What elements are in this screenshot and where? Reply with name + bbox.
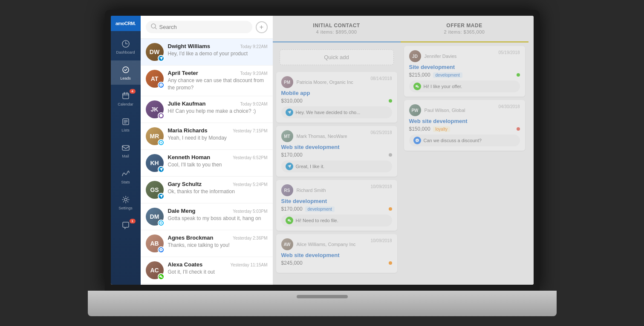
messenger-badge [158, 193, 165, 200]
chat-time: Yesterday 6:52PM [233, 155, 267, 160]
chat-icon [121, 220, 131, 231]
card-amount-row: $245,000 [281, 260, 392, 266]
add-chat-button[interactable]: + [256, 21, 268, 33]
column-cards: JD Jennifer Davies 05/19/2018 Site devel… [401, 43, 528, 285]
messenger-badge [158, 55, 165, 62]
mail-icon [121, 143, 131, 153]
sidebar-item-leads[interactable]: Leads [111, 60, 141, 85]
crm-card[interactable]: JD Jennifer Davies 05/19/2018 Site devel… [404, 46, 525, 97]
card-amount: $310,000 [281, 98, 303, 104]
column-subtitle: 2 items: $365,000 [407, 29, 522, 34]
mail-label: Mail [122, 154, 129, 158]
pipeline-area: INITIAL CONTACT 4 items: $895,000 Quick … [273, 16, 534, 285]
svg-point-5 [124, 198, 127, 201]
chat-item[interactable]: KH Kenneth Homan Yesterday 6:52PM Cool, … [141, 150, 273, 177]
chat-name: Dwight Williams [168, 43, 211, 49]
chat-time: Yesterday 5:03PM [233, 209, 267, 214]
sidebar-item-lists[interactable]: Lists [111, 112, 141, 137]
logo: amoCRM. [111, 16, 141, 31]
chat-header: April Teeter Today 9:20AM [168, 70, 268, 76]
sidebar-item-chat[interactable]: 1 [111, 216, 141, 235]
card-status-dot [517, 73, 520, 77]
card-header-row: AW Alice Williams, Company Inc 10/09/201… [281, 238, 392, 250]
settings-icon [121, 194, 131, 205]
column-header: INITIAL CONTACT 4 items: $895,000 [273, 16, 401, 43]
card-date: 06/25/2018 [370, 130, 392, 135]
chat-preview: Thanks, nice talking to you! [168, 242, 268, 249]
chat-header: Julie Kaufman Today 9:02AM [168, 100, 268, 107]
crm-card[interactable]: MT Mark Thomas, NeoWare 06/25/2018 Web s… [276, 126, 397, 177]
search-input[interactable] [159, 24, 247, 30]
sidebar-item-dashboard[interactable]: Dashboard [111, 34, 141, 59]
chat-content: Maria Richards Yesterday 7:15PM Yeah, I … [168, 127, 268, 142]
chat-item[interactable]: AT April Teeter Today 9:20AM Any chance … [141, 66, 273, 96]
chat-preview: Ok, thanks for the information [168, 188, 268, 195]
chat-preview: Any chance we can use that discount from… [168, 77, 268, 92]
card-deal: Web site development [281, 144, 392, 150]
card-contact: Richard Smith [297, 188, 326, 193]
chat-content: Kenneth Homan Yesterday 6:52PM Cool, I'l… [168, 154, 268, 169]
quick-add-button[interactable]: Quick add [280, 49, 394, 65]
chat-item[interactable]: AC Alexa Coates Yesterday 11:15AM Got it… [141, 257, 273, 284]
chat-content: April Teeter Today 9:20AM Any chance we … [168, 70, 268, 92]
card-date: 10/09/2018 [370, 238, 392, 243]
card-contact: Jennifer Davies [425, 54, 457, 59]
chat-item[interactable]: GS Gary Schultz Yesterday 5:24PM Ok, tha… [141, 177, 273, 203]
column-subtitle: 4 items: $895,000 [280, 29, 394, 34]
crm-card[interactable]: PM Patricia Moore, Organic Inc 08/14/201… [276, 72, 397, 123]
chat-item[interactable]: JK Julie Kaufman Today 9:02AM Hi! Can yo… [141, 96, 273, 123]
card-avatar: MT [281, 130, 293, 142]
chat-header: Gary Schultz Yesterday 5:24PM [168, 181, 268, 187]
msg-type-icon [413, 137, 421, 144]
sidebar-item-calendar[interactable]: 4 Calendar [111, 86, 141, 111]
chat-header: Dwight Williams Today 9:22AM [168, 43, 268, 49]
sidebar-item-stats[interactable]: Stats [111, 164, 141, 189]
msg-type-icon [413, 83, 421, 90]
avatar: AC [146, 261, 164, 279]
card-deal: Web site development [281, 252, 392, 258]
card-message: Hi! Need to redo file. [281, 214, 392, 226]
message-text: Can we discuss a discount? [424, 138, 482, 143]
search-box[interactable] [146, 21, 252, 33]
card-avatar: PM [281, 76, 293, 88]
chat-header: Dale Meng Yesterday 5:03PM [168, 208, 268, 214]
crm-card[interactable]: RS Richard Smith 10/09/2018 Site develop… [276, 180, 397, 231]
message-text: Great, I like it. [296, 164, 325, 169]
chat-item[interactable]: DW Dwight Williams Today 9:22AM Hey, I'd… [141, 39, 273, 66]
chat-name: April Teeter [168, 70, 198, 76]
card-date: 08/14/2018 [370, 76, 392, 81]
chat-item[interactable]: MR Maria Richards Yesterday 7:15PM Yeah,… [141, 123, 273, 150]
chat-preview: Got it, I'll check it out [168, 269, 268, 276]
chat-content: Julie Kaufman Today 9:02AM Hi! Can you h… [168, 100, 268, 115]
chat-preview: Hi! Can you help me make a choice? :) [168, 108, 268, 115]
card-amount-row: $170,000 development [281, 206, 392, 212]
nav-items: Dashboard Leads 4 [111, 31, 141, 285]
crm-card[interactable]: AW Alice Williams, Company Inc 10/09/201… [276, 234, 397, 273]
chat-search-area: + [141, 16, 273, 39]
chat-time: Today 9:20AM [240, 71, 268, 76]
dashboard-icon [121, 39, 131, 49]
chat-time: Yesterday 2:36PM [233, 236, 267, 240]
avatar: DM [146, 208, 164, 226]
chat-list: DW Dwight Williams Today 9:22AM Hey, I'd… [141, 39, 273, 285]
chat-name: Dale Meng [168, 208, 196, 214]
svg-rect-4 [122, 146, 129, 150]
chat-item[interactable]: DM Dale Meng Yesterday 5:03PM Gotta spea… [141, 203, 273, 230]
laptop-base [88, 291, 557, 316]
chat-item[interactable]: AB Agnes Brockman Yesterday 2:36PM Thank… [141, 230, 273, 257]
chat-name: Alexa Coates [168, 261, 203, 268]
chat-name: Julie Kaufman [168, 100, 206, 107]
card-date: 04/30/2018 [498, 104, 520, 109]
crm-card[interactable]: PW Paul Wilson, Global 04/30/2018 Web si… [404, 100, 525, 151]
card-tag: loyalty [433, 126, 450, 132]
card-status-dot [389, 99, 392, 103]
pipeline-wrapper: INITIAL CONTACT 4 items: $895,000 Quick … [273, 16, 534, 285]
card-avatar: RS [281, 184, 293, 196]
sidebar-item-settings[interactable]: Settings [111, 190, 141, 214]
dashboard-label: Dashboard [116, 50, 135, 54]
card-header-row: MT Mark Thomas, NeoWare 06/25/2018 [281, 130, 392, 142]
card-status-dot [517, 127, 520, 131]
lists-label: Lists [121, 128, 130, 132]
sidebar-item-mail[interactable]: Mail [111, 138, 141, 163]
chat-content: Agnes Brockman Yesterday 2:36PM Thanks, … [168, 234, 268, 249]
